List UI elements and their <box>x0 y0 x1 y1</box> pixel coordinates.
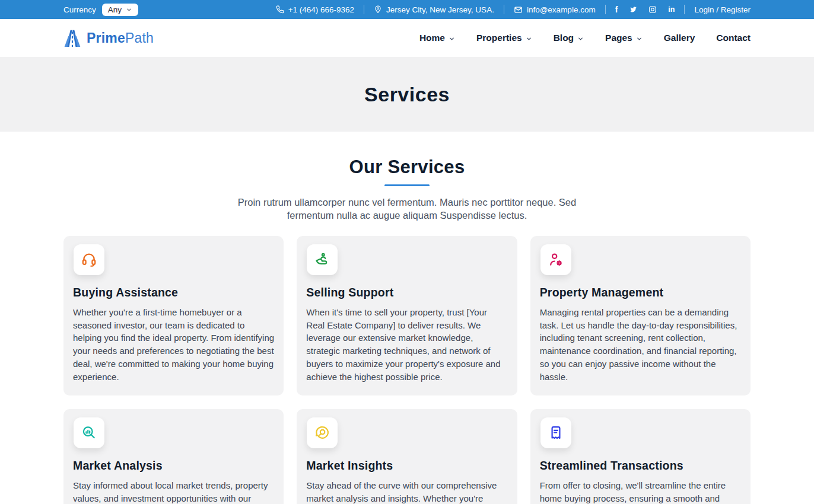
icon-tile <box>540 244 571 275</box>
card-title: Streamlined Transactions <box>540 459 741 473</box>
service-card-property-management[interactable]: Property Management Managing rental prop… <box>530 236 751 395</box>
card-body: Stay informed about local market trends,… <box>73 479 274 504</box>
service-card-selling-support[interactable]: Selling Support When it's time to sell y… <box>297 236 517 395</box>
facebook-icon[interactable]: f <box>615 5 618 14</box>
nav-item-home[interactable]: Home <box>419 33 455 43</box>
icon-tile <box>307 244 338 275</box>
instagram-icon[interactable] <box>648 5 657 14</box>
service-hand-icon <box>314 251 330 268</box>
chevron-down-icon <box>526 36 532 42</box>
nav-item-contact[interactable]: Contact <box>716 33 751 43</box>
email-link[interactable]: info@example.com <box>514 5 596 14</box>
phone-icon <box>276 5 284 14</box>
section-subtitle: Proin rutrum ullamcorper nunc vel fermen… <box>217 196 597 222</box>
services-section: Our Services Proin rutrum ullamcorper nu… <box>0 132 814 504</box>
headset-icon <box>81 251 97 268</box>
card-body: When it's time to sell your property, tr… <box>306 306 507 383</box>
service-card-market-analysis[interactable]: Market Analysis Stay informed about loca… <box>63 409 284 504</box>
insight-search-icon <box>314 425 330 441</box>
icon-tile <box>307 417 338 448</box>
divider <box>684 5 685 14</box>
login-register-link[interactable]: Login / Register <box>694 5 751 14</box>
service-card-buying-assistance[interactable]: Buying Assistance Whether you're a first… <box>63 236 284 395</box>
brand-logo[interactable]: PrimePath <box>63 27 154 49</box>
service-cards-grid: Buying Assistance Whether you're a first… <box>63 236 751 504</box>
icon-tile <box>540 417 571 448</box>
card-body: From offer to closing, we'll streamline … <box>540 479 741 504</box>
divider <box>605 5 606 14</box>
divider <box>504 5 504 14</box>
chevron-down-icon <box>577 36 584 42</box>
icon-tile <box>74 417 104 448</box>
email-icon <box>514 5 523 14</box>
heading-underline <box>384 184 430 186</box>
location-text: Jersey City, New Jersey, USA. <box>386 5 494 14</box>
card-title: Property Management <box>540 286 741 299</box>
currency-dropdown[interactable]: Any <box>102 4 138 16</box>
section-heading: Our Services <box>0 157 814 178</box>
card-body: Whether you're a first-time homebuyer or… <box>73 306 274 383</box>
service-card-streamlined-transactions[interactable]: Streamlined Transactions From offer to c… <box>530 409 751 504</box>
location-pin-icon <box>374 5 382 14</box>
chevron-down-icon <box>449 36 455 42</box>
brand-name: PrimePath <box>87 30 154 46</box>
chevron-down-icon <box>126 7 132 13</box>
card-title: Market Analysis <box>73 459 274 473</box>
chevron-down-icon <box>636 36 643 42</box>
card-body: Managing rental properties can be a dema… <box>540 306 741 383</box>
location-item: Jersey City, New Jersey, USA. <box>374 5 494 14</box>
nav-item-pages[interactable]: Pages <box>605 33 643 43</box>
email-text: info@example.com <box>527 5 596 14</box>
card-title: Market Insights <box>306 459 507 473</box>
twitter-icon[interactable] <box>629 5 637 14</box>
top-bar: Currency Any +1 (464) 666-9362 Jersey Ci… <box>0 0 814 19</box>
nav-item-blog[interactable]: Blog <box>554 33 584 43</box>
search-chart-icon <box>81 425 97 441</box>
user-gear-icon <box>548 251 564 268</box>
divider <box>364 5 364 14</box>
card-title: Buying Assistance <box>73 286 274 299</box>
road-logo-icon <box>63 27 81 49</box>
currency-value: Any <box>108 5 122 14</box>
page-banner: Services <box>0 57 814 132</box>
service-card-market-insights[interactable]: Market Insights Stay ahead of the curve … <box>297 409 517 504</box>
icon-tile <box>74 244 104 275</box>
receipt-icon <box>548 425 564 441</box>
phone-link[interactable]: +1 (464) 666-9362 <box>276 5 354 14</box>
nav-item-gallery[interactable]: Gallery <box>664 33 695 43</box>
page-title: Services <box>364 83 450 106</box>
nav-item-properties[interactable]: Properties <box>476 33 532 43</box>
phone-number: +1 (464) 666-9362 <box>288 5 354 14</box>
card-title: Selling Support <box>306 286 507 299</box>
site-header: PrimePath Home Properties Blog Pages Gal… <box>0 19 814 57</box>
linkedin-icon[interactable]: in <box>668 6 675 14</box>
card-body: Stay ahead of the curve with our compreh… <box>306 479 507 504</box>
main-nav: Home Properties Blog Pages Gallery Conta… <box>419 33 751 43</box>
currency-label: Currency <box>63 5 96 14</box>
